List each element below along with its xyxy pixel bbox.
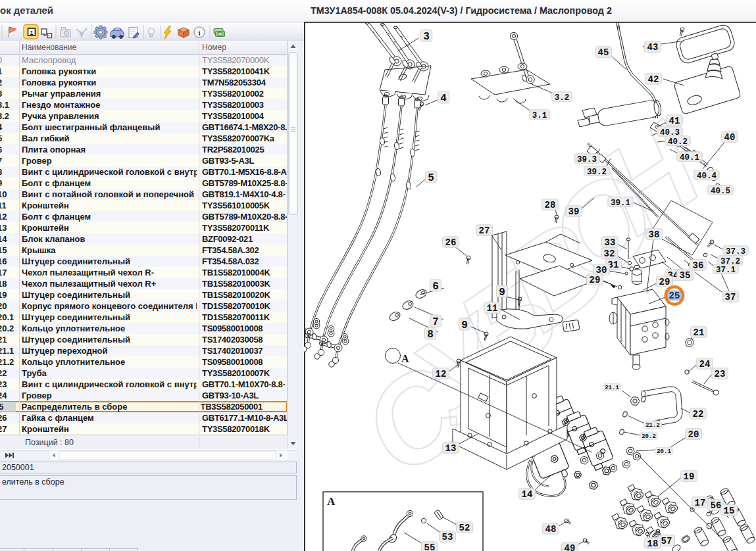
svg-text:8: 8 [427,329,434,341]
svg-text:40.2: 40.2 [668,137,688,147]
svg-text:11: 11 [487,303,498,314]
svg-text:43: 43 [647,42,659,53]
svg-text:20.2: 20.2 [642,433,656,440]
svg-text:15: 15 [724,506,735,516]
svg-text:39.1: 39.1 [611,199,630,208]
svg-text:40.5: 40.5 [711,187,730,196]
svg-text:55: 55 [424,542,436,551]
svg-text:45: 45 [598,47,609,58]
svg-text:39.3: 39.3 [577,155,597,164]
svg-text:A: A [327,495,336,508]
svg-text:7: 7 [432,316,439,328]
svg-text:39: 39 [568,206,580,217]
svg-text:20.1: 20.1 [657,448,671,455]
svg-text:21.2: 21.2 [645,422,660,429]
svg-text:37.3: 37.3 [726,247,745,256]
svg-text:13: 13 [445,443,457,454]
svg-text:19: 19 [684,471,695,482]
svg-text:A: A [401,353,409,364]
svg-text:21: 21 [693,327,705,338]
svg-text:12: 12 [436,369,447,379]
svg-text:27: 27 [479,226,490,236]
svg-text:40.4: 40.4 [697,172,717,181]
svg-text:14: 14 [522,489,533,500]
svg-text:48: 48 [545,524,557,535]
svg-text:29: 29 [590,275,601,285]
svg-text:3: 3 [423,31,430,43]
svg-text:26: 26 [445,237,457,248]
svg-text:29: 29 [659,277,670,287]
svg-text:40.1: 40.1 [680,153,699,162]
svg-text:53: 53 [442,532,453,542]
svg-text:36: 36 [693,260,704,271]
svg-text:49: 49 [565,543,576,551]
svg-text:i: i [105,30,107,40]
svg-text:40: 40 [724,132,736,143]
svg-text:42: 42 [648,74,659,85]
svg-text:38: 38 [649,229,660,240]
svg-text:57: 57 [661,536,672,546]
svg-text:33: 33 [605,237,616,248]
svg-text:37: 37 [725,292,736,302]
svg-text:52: 52 [459,523,470,533]
svg-text:24: 24 [699,359,711,370]
svg-text:3.2: 3.2 [555,93,570,103]
svg-text:56: 56 [711,500,722,511]
svg-text:22: 22 [693,409,704,419]
svg-text:32: 32 [604,249,615,259]
svg-text:1: 1 [30,30,34,37]
svg-text:17: 17 [695,498,706,508]
svg-text:9: 9 [499,287,505,299]
svg-text:23: 23 [715,369,726,379]
svg-text:21.1: 21.1 [605,385,619,391]
svg-text:37.1: 37.1 [716,266,736,275]
svg-text:39.2: 39.2 [587,168,607,177]
svg-text:28: 28 [545,200,556,210]
svg-text:6: 6 [432,281,439,293]
svg-text:5: 5 [428,172,434,184]
svg-text:25: 25 [669,291,680,301]
svg-text:20: 20 [688,429,699,440]
svg-text:18: 18 [647,539,659,549]
svg-text:z: z [85,26,88,31]
svg-text:41: 41 [669,116,680,126]
svg-text:4: 4 [440,93,447,105]
svg-text:9: 9 [461,320,468,331]
svg-text:3.1: 3.1 [532,111,547,120]
svg-text:i: i [198,29,200,37]
svg-text:35: 35 [680,270,691,281]
